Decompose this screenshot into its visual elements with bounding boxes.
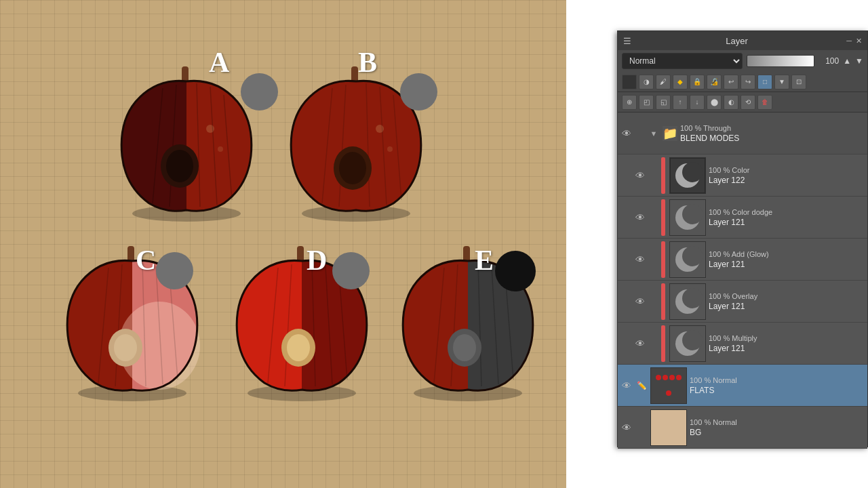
- layer-thumb-flats: [650, 367, 687, 404]
- layer-blend-121-cd: 100 % Color dodge: [709, 208, 867, 216]
- layer-info-121-ov: 100 % Overlay Layer 121: [709, 292, 867, 311]
- layer-item-bg[interactable]: 👁 100 % Normal BG: [618, 407, 867, 449]
- copy-layer-button[interactable]: ◱: [656, 95, 671, 110]
- layer-name-122-color: Layer 122: [709, 176, 867, 185]
- label-d: D: [307, 244, 327, 277]
- layer-info-blend-modes: 100 % Through BLEND MODES: [680, 124, 867, 143]
- merge-button[interactable]: ⬤: [707, 95, 722, 110]
- flip-icon[interactable]: ↪: [741, 75, 755, 89]
- layer-eye-blend-modes[interactable]: 👁: [618, 113, 635, 155]
- channel-icon[interactable]: ◑: [639, 75, 654, 89]
- gray-circle-c: [156, 252, 193, 289]
- transform-icon[interactable]: ↩: [724, 75, 738, 89]
- lock-alpha-icon[interactable]: 🔏: [707, 75, 722, 89]
- layer-eye-flats[interactable]: 👁: [618, 365, 635, 407]
- opacity-bar[interactable]: [747, 55, 814, 67]
- layer-info-flats: 100 % Normal FLATS: [690, 376, 867, 395]
- move-up-button[interactable]: ↑: [673, 95, 688, 110]
- panel-close-button[interactable]: ✕: [856, 37, 862, 45]
- canvas-area: A B: [0, 0, 566, 488]
- layer-chain-121-ov: [649, 281, 661, 323]
- move-down-button[interactable]: ↓: [690, 95, 705, 110]
- layer-chain-121-mul: [649, 323, 661, 365]
- filter-icon[interactable]: ▼: [774, 75, 789, 89]
- layer-name-bg: BG: [690, 428, 867, 437]
- layer-panel: ☰ Layer ─ ✕ Normal Multiply Screen Overl…: [617, 30, 868, 447]
- gray-circle-d: [332, 252, 370, 289]
- color-swatch-icon[interactable]: [622, 75, 637, 89]
- svg-point-61: [682, 288, 703, 308]
- layer-item-122-color[interactable]: 👁 100 % Color Layer 122: [618, 155, 867, 197]
- layer-chain-121-add: [649, 239, 661, 281]
- layer-action-toolbar: ⊕ ◰ ◱ ↑ ↓ ⬤ ◐ ⟲ 🗑: [618, 92, 867, 113]
- layer-name-121-add: Layer 121: [709, 260, 867, 269]
- layer-item-blend-modes-group[interactable]: 👁 ▼ 📁 100 % Through BLEND MODES: [618, 113, 867, 155]
- layer-item-121-overlay[interactable]: 👁 100 % Overlay Layer 121: [618, 281, 867, 323]
- group-strip-121-add: [661, 241, 665, 278]
- layer-info-bg: 100 % Normal BG: [690, 418, 867, 437]
- brush-icon[interactable]: 🖌: [656, 75, 671, 89]
- svg-point-3: [218, 146, 223, 152]
- blend-mode-select[interactable]: Normal Multiply Screen Overlay Color: [622, 53, 743, 69]
- flatten-button[interactable]: ◐: [724, 95, 738, 110]
- svg-point-10: [166, 150, 193, 182]
- opacity-stepper-up[interactable]: ▲: [843, 56, 851, 66]
- layer-blend-flats: 100 % Normal: [690, 376, 867, 384]
- svg-point-21: [339, 152, 366, 184]
- layer-blend-bg: 100 % Normal: [690, 418, 867, 426]
- layer-eye-121-cd[interactable]: 👁: [631, 197, 649, 239]
- lock-icon[interactable]: 🔒: [690, 75, 705, 89]
- layers-icon[interactable]: ⊡: [791, 75, 806, 89]
- layer-item-121-colordodge[interactable]: 👁 100 % Color dodge Layer 121: [618, 197, 867, 239]
- new-group-button[interactable]: ◰: [639, 95, 654, 110]
- layer-collapse-blend-modes[interactable]: ▼: [648, 129, 660, 138]
- gray-circle-a: [241, 73, 278, 110]
- panel-minimize-button[interactable]: ─: [846, 37, 852, 45]
- label-b: B: [358, 46, 377, 79]
- group-strip-121-cd: [661, 199, 665, 236]
- layer-item-121-add[interactable]: 👁 100 % Add (Glow) Layer 121: [618, 239, 867, 281]
- layer-eye-122-color[interactable]: 👁: [631, 155, 649, 197]
- folder-icon: 📁: [663, 126, 677, 141]
- label-c: C: [136, 244, 156, 277]
- panel-menu-icon[interactable]: ☰: [623, 36, 631, 46]
- tool-icons-toolbar: ◑ 🖌 ◆ 🔒 🔏 ↩ ↪ □ ▼ ⊡: [618, 72, 867, 92]
- layer-blend-122-color: 100 % Color: [709, 166, 867, 174]
- layer-name-121-cd: Layer 121: [709, 218, 867, 227]
- layer-name-121-ov: Layer 121: [709, 302, 867, 311]
- layer-list: 👁 ▼ 📁 100 % Through BLEND MODES 👁: [618, 113, 867, 449]
- layer-blend-blend-modes: 100 % Through: [680, 124, 867, 132]
- import-button[interactable]: ⟲: [741, 95, 755, 110]
- layer-chain-bg: [635, 407, 648, 449]
- svg-point-40: [287, 334, 310, 361]
- layer-chain-121-cd: [649, 197, 661, 239]
- layer-chain-122-color: [649, 155, 661, 197]
- new-layer-button[interactable]: ⊕: [622, 95, 637, 110]
- layer-thumb-121-mul: [669, 325, 706, 362]
- selection-icon[interactable]: □: [757, 75, 772, 89]
- opacity-stepper-down[interactable]: ▼: [855, 56, 863, 66]
- layer-eye-121-mul[interactable]: 👁: [631, 323, 649, 365]
- svg-point-55: [682, 204, 703, 224]
- group-strip-121-mul: [661, 325, 665, 362]
- svg-point-14: [387, 146, 393, 152]
- layer-blend-121-add: 100 % Add (Glow): [709, 250, 867, 258]
- layer-item-flats[interactable]: 👁 ✏️ 100 % Normal FLATS: [618, 365, 867, 407]
- group-strip-122-color: [661, 157, 665, 194]
- layer-item-121-multiply[interactable]: 👁 100 % Multiply Layer 121: [618, 323, 867, 365]
- black-circle-e: [495, 251, 536, 291]
- layer-thumb-bg: [650, 409, 687, 446]
- color-picker-icon[interactable]: ◆: [673, 75, 688, 89]
- layer-eye-121-ov[interactable]: 👁: [631, 281, 649, 323]
- layer-panel-titlebar: ☰ Layer ─ ✕: [618, 31, 867, 50]
- opacity-value: 100: [818, 56, 839, 66]
- layer-eye-bg[interactable]: 👁: [618, 407, 635, 449]
- svg-point-64: [682, 330, 703, 350]
- layer-thumb-121-cd: [669, 199, 706, 236]
- layer-info-121-mul: 100 % Multiply Layer 121: [709, 334, 867, 353]
- layer-thumb-121-add: [669, 241, 706, 278]
- delete-layer-button[interactable]: 🗑: [757, 95, 772, 110]
- layer-eye-121-add[interactable]: 👁: [631, 239, 649, 281]
- pen-icon-flats: ✏️: [635, 381, 648, 390]
- layer-info-122-color: 100 % Color Layer 122: [709, 166, 867, 185]
